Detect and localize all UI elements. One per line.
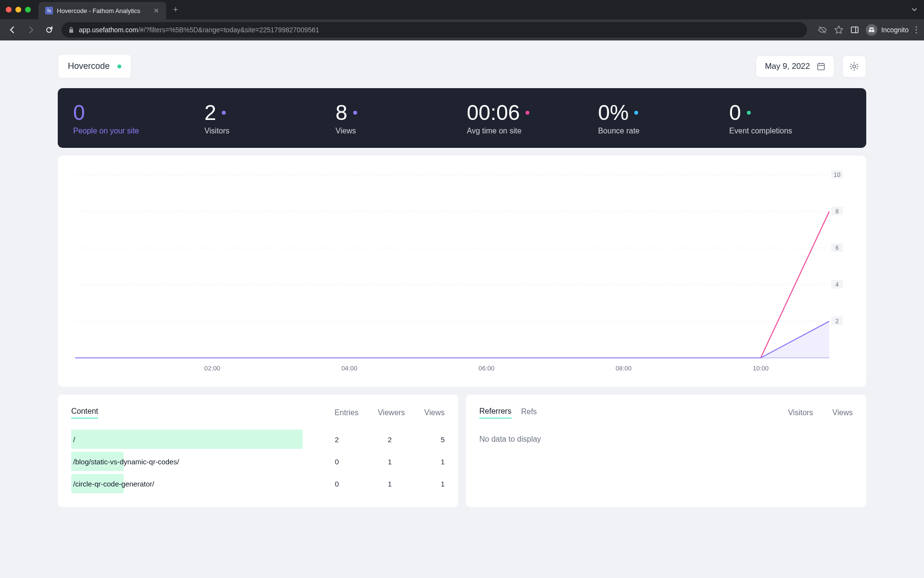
metric-dot-icon (747, 111, 751, 115)
gear-icon (849, 62, 859, 71)
browser-actions: Incognito (818, 24, 917, 36)
close-window-button[interactable] (6, 7, 12, 13)
browser-tab[interactable]: fa Hovercode - Fathom Analytics ✕ (38, 2, 166, 19)
svg-text:2: 2 (835, 318, 839, 325)
row-bar (71, 430, 303, 449)
browser-tab-bar: fa Hovercode - Fathom Analytics ✕ + (0, 0, 924, 19)
metric-value: 2 (205, 101, 326, 125)
referrers-table: Referrers Refs Visitors Views No data to… (466, 394, 866, 507)
metric[interactable]: 0Event completions (729, 101, 851, 135)
metric-dot-icon (526, 111, 529, 115)
lock-icon (68, 26, 74, 33)
row-path: /blog/static-vs-dynamic-qr-codes/ (71, 458, 179, 466)
panel-icon[interactable] (850, 26, 859, 34)
minimize-window-button[interactable] (15, 7, 21, 13)
table-row[interactable]: /circle-qr-code-generator/ 0 1 1 (71, 473, 445, 495)
star-icon[interactable] (834, 25, 844, 35)
page-header: Hovercode May 9, 2022 (58, 54, 866, 79)
close-tab-icon[interactable]: ✕ (154, 7, 159, 14)
row-viewers: 1 (358, 458, 392, 466)
row-entries: 0 (305, 458, 339, 466)
svg-point-7 (916, 32, 917, 34)
content-table: Content Entries Viewers Views / 2 2 5 /b… (58, 394, 458, 507)
svg-text:06:00: 06:00 (478, 365, 494, 372)
metric-dot-icon (634, 111, 638, 115)
table-row[interactable]: /blog/static-vs-dynamic-qr-codes/ 0 1 1 (71, 450, 445, 473)
site-name: Hovercode (68, 61, 110, 71)
eye-off-icon[interactable] (818, 25, 827, 35)
menu-icon[interactable] (915, 26, 917, 34)
svg-point-12 (853, 65, 856, 68)
col-views: Views (833, 408, 853, 417)
new-tab-button[interactable]: + (173, 5, 178, 15)
row-numbers: 2 2 5 (305, 435, 445, 444)
col-entries: Entries (334, 408, 359, 417)
row-views: 1 (411, 458, 445, 466)
svg-text:04:00: 04:00 (341, 365, 357, 372)
referrers-table-header: Referrers Refs Visitors Views (479, 407, 853, 419)
metric[interactable]: 8Views (335, 101, 457, 135)
content-table-header: Content Entries Viewers Views (71, 407, 445, 419)
tables-row: Content Entries Viewers Views / 2 2 5 /b… (58, 394, 866, 507)
svg-rect-8 (818, 64, 824, 70)
metric-label: Avg time on site (467, 127, 589, 135)
tab-content[interactable]: Content (71, 407, 98, 419)
svg-text:4: 4 (835, 281, 839, 288)
tab-refs[interactable]: Refs (521, 407, 537, 418)
col-views: Views (424, 408, 445, 417)
metric[interactable]: 0%Bounce rate (598, 101, 720, 135)
row-views: 5 (411, 435, 445, 444)
settings-button[interactable] (842, 55, 866, 78)
incognito-label: Incognito (881, 26, 909, 34)
metric-dot-icon (222, 111, 226, 115)
svg-text:08:00: 08:00 (616, 365, 631, 372)
table-row[interactable]: / 2 2 5 (71, 428, 445, 450)
site-selector[interactable]: Hovercode (58, 54, 131, 79)
svg-rect-1 (851, 27, 858, 33)
svg-rect-0 (69, 29, 73, 33)
reload-button[interactable] (43, 24, 55, 36)
tab-referrers[interactable]: Referrers (479, 407, 512, 419)
svg-text:10: 10 (834, 171, 841, 178)
incognito-badge[interactable]: Incognito (866, 24, 909, 36)
favicon: fa (45, 7, 53, 14)
svg-text:10:00: 10:00 (753, 365, 769, 372)
row-viewers: 2 (358, 435, 392, 444)
col-viewers: Viewers (378, 408, 405, 417)
dashboard-page: Hovercode May 9, 2022 0People on your si… (0, 40, 924, 521)
metric-value: 8 (335, 101, 457, 125)
metric[interactable]: 2Visitors (205, 101, 326, 135)
calendar-icon (817, 62, 825, 71)
metric-label: Visitors (205, 127, 326, 135)
metric[interactable]: 0People on your site (73, 101, 195, 135)
metric-dot-icon (353, 111, 357, 115)
tabs-overflow-icon[interactable] (911, 6, 918, 13)
metric-label: People on your site (73, 127, 195, 135)
tab-title: Hovercode - Fathom Analytics (57, 7, 140, 14)
row-entries: 2 (305, 435, 339, 444)
svg-point-5 (916, 26, 917, 28)
metric-label: Views (335, 127, 457, 135)
metric[interactable]: 00:06Avg time on site (467, 101, 589, 135)
row-numbers: 0 1 1 (305, 458, 445, 466)
svg-text:6: 6 (835, 245, 839, 251)
date-range-picker[interactable]: May 9, 2022 (756, 55, 834, 78)
chart-svg: 24681002:0004:0006:0008:0010:00 (70, 170, 854, 377)
row-path: / (71, 435, 75, 444)
maximize-window-button[interactable] (25, 7, 31, 13)
back-button[interactable] (7, 24, 18, 36)
content-columns: Entries Viewers Views (334, 408, 445, 417)
url-domain: app.usefathom.com (79, 26, 138, 34)
no-data-message: No data to display (479, 428, 853, 450)
address-bar[interactable]: app.usefathom.com/#/?filters=%5B%5D&rang… (62, 22, 807, 38)
svg-text:8: 8 (835, 208, 839, 215)
col-visitors: Visitors (788, 408, 813, 417)
window-controls (6, 7, 31, 13)
row-path: /circle-qr-code-generator/ (71, 480, 154, 488)
referrers-columns: Visitors Views (788, 408, 853, 417)
row-numbers: 0 1 1 (305, 480, 445, 488)
metric-value: 0 (73, 101, 195, 125)
forward-button[interactable] (25, 24, 37, 36)
metric-label: Bounce rate (598, 127, 720, 135)
url-path: /#/?filters=%5B%5D&range=today&site=2251… (138, 26, 319, 34)
